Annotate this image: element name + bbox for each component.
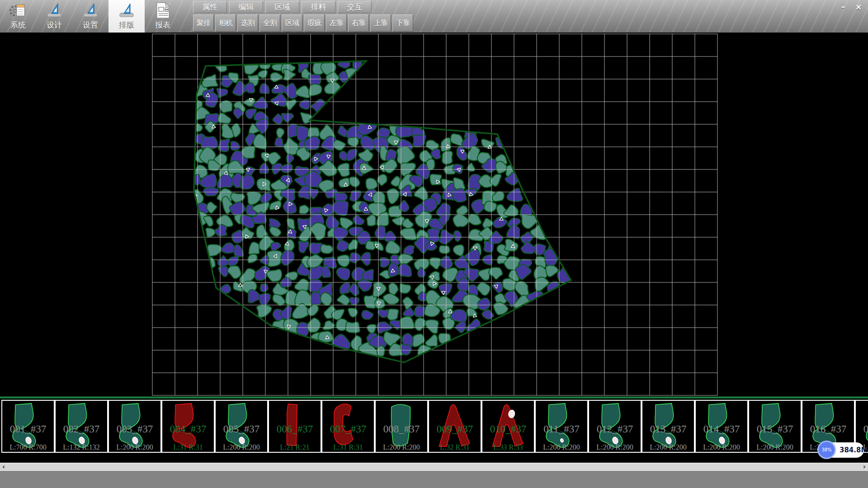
nav-label: 设置: [83, 20, 98, 30]
scroll-left-arrow[interactable]: ‹: [2, 463, 5, 470]
settings-icon: [81, 1, 99, 19]
system-icon: [9, 1, 27, 19]
menu-button-2[interactable]: 区域: [265, 1, 299, 13]
piece-name: 013_#37: [642, 423, 694, 435]
window-controls: – ×: [836, 1, 865, 12]
piece-thumbnail-012_#37[interactable]: 012_#37L:200 R:200: [588, 400, 642, 453]
piece-lr-count: L:700 R:700: [2, 443, 54, 451]
piece-thumbnail-008_#37[interactable]: 008_#37L:200 R:200: [375, 400, 428, 453]
piece-lr-count: L:200 R:200: [589, 443, 641, 451]
tool-button-7[interactable]: 右靠: [348, 14, 369, 32]
piece-thumbnail-007_#37[interactable]: 007_#37L:31 R:31: [321, 400, 375, 453]
piece-name: 012_#37: [589, 423, 641, 435]
piece-thumbnail-004_#37[interactable]: 004_#37L:31 R:31: [161, 400, 215, 453]
piece-lr-count: L:200 R:200: [696, 443, 747, 451]
piece-lr-count: L:32 R:31: [429, 443, 481, 451]
nav-label: 报表: [155, 20, 170, 30]
nav-button-system[interactable]: 系统: [0, 0, 36, 33]
piece-thumbnail-list: 001_#37L:700 R:700002_#37L:132 R:132003_…: [1, 400, 868, 453]
piece-name: 010_#37: [482, 423, 534, 435]
piece-thumbnail-015_#37[interactable]: 015_#37L:200 R:200: [748, 400, 802, 453]
piece-lr-count: L:200 R:200: [376, 443, 427, 451]
piece-name: 014_#37: [696, 423, 747, 435]
piece-lr-count: L:200 R:200: [642, 443, 694, 451]
nav-button-design[interactable]: 设计: [36, 0, 72, 33]
piece-name: 006_#37: [269, 423, 321, 435]
piece-thumbnail-011_#37[interactable]: 011_#37L:200 R:200: [535, 400, 588, 453]
piece-lr-count: L:200 R:200: [216, 443, 267, 451]
piece-strip: 001_#37L:700 R:700002_#37L:132 R:132003_…: [0, 397, 868, 463]
menu-button-4[interactable]: 交互: [338, 1, 372, 13]
progress-circle: 38%: [817, 441, 836, 459]
piece-name: 005_#37: [216, 423, 267, 435]
piece-thumbnail-010_#37[interactable]: 010_#37L:33 R:33: [481, 400, 535, 453]
piece-lr-count: L:21 R:21: [269, 443, 321, 451]
piece-name: 017_#37: [856, 423, 868, 435]
menu-button-1[interactable]: 编辑: [229, 1, 263, 13]
piece-name: 002_#37: [56, 423, 107, 435]
close-button[interactable]: ×: [852, 1, 865, 12]
minimize-button[interactable]: –: [836, 1, 850, 12]
nav-button-nesting[interactable]: 排版: [108, 0, 145, 33]
piece-lr-count: L:33 R:33: [482, 443, 534, 451]
nesting-canvas[interactable]: [0, 33, 868, 397]
tool-button-6[interactable]: 左靠: [326, 14, 347, 32]
piece-lr-count: L:132 R:132: [56, 443, 107, 451]
nav-button-report[interactable]: 报表: [145, 0, 181, 33]
tool-button-3[interactable]: 全割: [259, 14, 280, 32]
tool-button-9[interactable]: 下靠: [392, 14, 413, 32]
piece-lr-count: L:200 R:200: [749, 443, 801, 451]
piece-name: 016_#37: [802, 423, 854, 435]
piece-thumbnail-006_#37[interactable]: 006_#37L:21 R:21: [268, 400, 321, 453]
report-icon: [154, 1, 172, 19]
toolbar: 系统设计设置排版报表 属性编辑区域排料交互 聚排相机选割全割区域瑕疵左靠右靠上靠…: [0, 0, 868, 33]
piece-name: 001_#37: [2, 423, 54, 435]
tool-button-0[interactable]: 聚排: [193, 14, 214, 32]
piece-name: 008_#37: [376, 423, 427, 435]
tool-button-1[interactable]: 相机: [215, 14, 236, 32]
design-icon: [45, 1, 63, 19]
piece-name: 015_#37: [749, 423, 801, 435]
piece-thumbnail-003_#37[interactable]: 003_#37L:200 R:200: [108, 400, 161, 453]
menu-bar: 属性编辑区域排料交互: [193, 1, 372, 13]
tool-row: 聚排相机选割全割区域瑕疵左靠右靠上靠下靠: [193, 14, 413, 32]
nav-label: 系统: [10, 20, 26, 30]
strip-divider-line-2: [0, 399, 868, 399]
menu-button-3[interactable]: 排料: [302, 1, 335, 13]
tool-button-8[interactable]: 上靠: [370, 14, 391, 32]
piece-lr-count: L:31 R:31: [162, 443, 214, 451]
nav-label: 排版: [119, 20, 134, 30]
horizontal-scrollbar[interactable]: ‹ ›: [0, 463, 868, 470]
status-bar: [0, 470, 868, 488]
tool-button-2[interactable]: 选割: [237, 14, 258, 32]
scroll-right-arrow[interactable]: ›: [863, 463, 866, 470]
piece-thumbnail-005_#37[interactable]: 005_#37L:200 R:200: [215, 400, 268, 453]
strip-divider-line: [0, 397, 868, 398]
piece-name: 009_#37: [429, 423, 481, 435]
tool-button-4[interactable]: 区域: [282, 14, 302, 32]
nav-button-settings[interactable]: 设置: [72, 0, 108, 33]
piece-thumbnail-014_#37[interactable]: 014_#37L:200 R:200: [695, 400, 748, 453]
piece-thumbnail-013_#37[interactable]: 013_#37L:200 R:200: [642, 400, 695, 453]
piece-name: 003_#37: [109, 423, 160, 435]
piece-lr-count: L:200 R:200: [109, 443, 160, 451]
menu-button-0[interactable]: 属性: [193, 1, 227, 13]
piece-name: 007_#37: [322, 423, 374, 435]
piece-lr-count: L:200 R:200: [536, 443, 587, 451]
piece-thumbnail-009_#37[interactable]: 009_#37L:32 R:31: [428, 400, 481, 453]
main-nav: 系统设计设置排版报表: [0, 0, 181, 33]
memory-badge: 38% 384.8M: [819, 442, 864, 458]
piece-name: 011_#37: [536, 423, 587, 435]
piece-lr-count: L:31 R:31: [322, 443, 374, 451]
memory-value: 384.8M: [840, 446, 868, 454]
piece-thumbnail-001_#37[interactable]: 001_#37L:700 R:700: [1, 400, 55, 453]
piece-name: 004_#37: [162, 423, 214, 435]
tool-button-5[interactable]: 瑕疵: [304, 14, 325, 32]
hide-nesting-view: [0, 33, 868, 397]
nesting-icon: [118, 1, 136, 19]
piece-thumbnail-002_#37[interactable]: 002_#37L:132 R:132: [55, 400, 108, 453]
nav-label: 设计: [47, 20, 62, 30]
